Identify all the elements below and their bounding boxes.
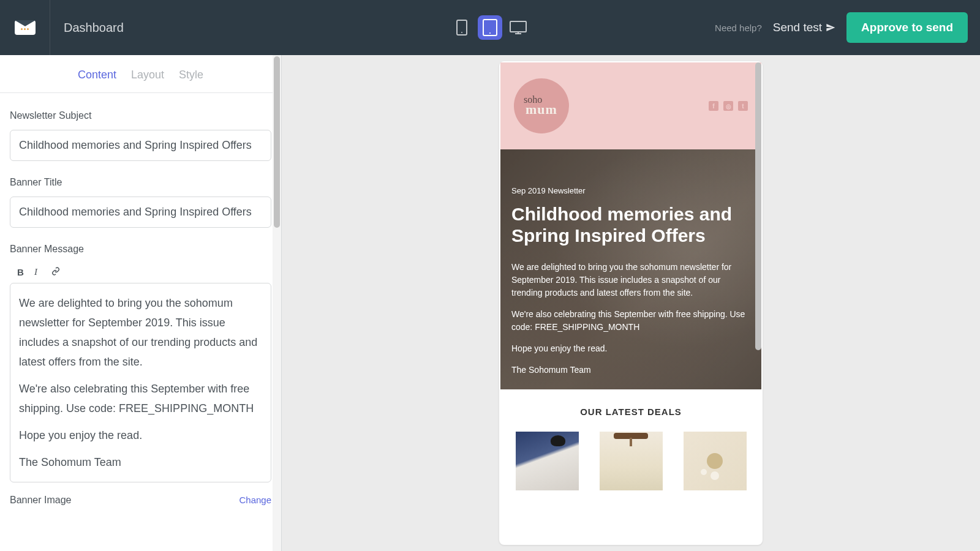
sidebar: Content Layout Style Newsletter Subject …: [0, 55, 282, 551]
banner-title-input[interactable]: [10, 197, 271, 228]
preview-content[interactable]: soho mum f ◎ t Sep 2019 Newsletter Child…: [500, 62, 761, 544]
sidebar-scrollbar[interactable]: [273, 55, 281, 551]
need-help-link[interactable]: Need help?: [715, 23, 762, 33]
change-image-link[interactable]: Change: [239, 495, 271, 505]
brand-script-text: soho: [524, 94, 542, 105]
banner-title-text: Childhood memories and Spring Inspired O…: [511, 204, 750, 246]
message-paragraph: We are delighted to bring you the sohomu…: [19, 293, 262, 372]
banner-paragraph: We are delighted to bring you the sohomu…: [511, 261, 750, 299]
email-banner: Sep 2019 Newsletter Childhood memories a…: [500, 149, 761, 389]
instagram-icon[interactable]: ◎: [723, 101, 733, 111]
banner-body: We are delighted to bring you the sohomu…: [511, 261, 750, 377]
topbar: Dashboard Need help? Send test Approve t…: [0, 0, 980, 55]
scrollbar-thumb[interactable]: [755, 62, 761, 350]
scrollbar-thumb[interactable]: [274, 56, 280, 228]
twitter-icon[interactable]: t: [738, 101, 748, 111]
device-switcher: [450, 15, 530, 40]
mobile-icon: [456, 20, 467, 36]
deal-product-2[interactable]: [600, 432, 663, 490]
link-icon: [51, 267, 60, 276]
deal-product-1[interactable]: [516, 432, 579, 490]
preview-area: soho mum f ◎ t Sep 2019 Newsletter Child…: [282, 55, 980, 551]
rich-text-toolbar: B I: [10, 263, 271, 283]
main: Content Layout Style Newsletter Subject …: [0, 55, 980, 551]
paper-plane-icon: [826, 23, 835, 32]
right-actions: Need help? Send test Approve to send: [715, 12, 980, 43]
facebook-icon[interactable]: f: [709, 101, 718, 111]
envelope-icon: [15, 20, 36, 35]
device-mobile-button[interactable]: [450, 15, 474, 40]
bold-button[interactable]: B: [17, 267, 27, 277]
banner-message-label: Banner Message: [10, 244, 271, 255]
banner-title-label: Banner Title: [10, 177, 271, 188]
desktop-icon: [510, 21, 527, 34]
svg-point-3: [489, 32, 491, 34]
subject-label: Newsletter Subject: [10, 110, 271, 121]
banner-message-input[interactable]: We are delighted to bring you the sohomu…: [10, 283, 271, 482]
social-icons: f ◎ t: [709, 101, 748, 111]
send-test-label: Send test: [773, 21, 822, 34]
approve-button[interactable]: Approve to send: [846, 12, 968, 43]
message-paragraph: We're also celebrating this September wi…: [19, 379, 262, 418]
tab-layout[interactable]: Layout: [131, 69, 164, 81]
banner-date-tag: Sep 2019 Newsletter: [511, 186, 750, 195]
banner-paragraph: The Sohomum Team: [511, 364, 750, 377]
banner-paragraph: Hope you enjoy the read.: [511, 342, 750, 355]
tablet-icon: [483, 19, 497, 36]
editor-tabs: Content Layout Style: [0, 55, 281, 93]
banner-paragraph: We're also celebrating this September wi…: [511, 308, 750, 334]
device-preview-frame: soho mum f ◎ t Sep 2019 Newsletter Child…: [499, 61, 763, 545]
device-tablet-button[interactable]: [478, 15, 502, 40]
deal-product-3[interactable]: [684, 432, 747, 490]
preview-scrollbar[interactable]: [754, 61, 763, 545]
content-panel: Newsletter Subject Banner Title Banner M…: [0, 93, 281, 524]
email-header: soho mum f ◎ t: [500, 62, 761, 149]
italic-button[interactable]: I: [34, 267, 44, 277]
svg-rect-4: [510, 21, 526, 32]
subject-input[interactable]: [10, 130, 271, 161]
dashboard-link[interactable]: Dashboard: [64, 21, 124, 35]
svg-point-1: [461, 32, 462, 33]
link-button[interactable]: [51, 267, 61, 277]
message-paragraph: Hope you enjoy the read.: [19, 425, 262, 445]
deals-row: [511, 432, 750, 490]
brand-logo: soho mum: [514, 78, 569, 133]
tab-style[interactable]: Style: [179, 69, 203, 81]
banner-image-label: Banner Image: [10, 495, 72, 506]
deals-section: OUR LATEST DEALS: [500, 389, 761, 497]
app-logo[interactable]: [0, 0, 50, 55]
send-test-button[interactable]: Send test: [773, 21, 835, 34]
deals-title: OUR LATEST DEALS: [511, 407, 750, 417]
message-paragraph: The Sohomum Team: [19, 452, 262, 472]
device-desktop-button[interactable]: [506, 15, 530, 40]
tab-content[interactable]: Content: [78, 69, 116, 81]
